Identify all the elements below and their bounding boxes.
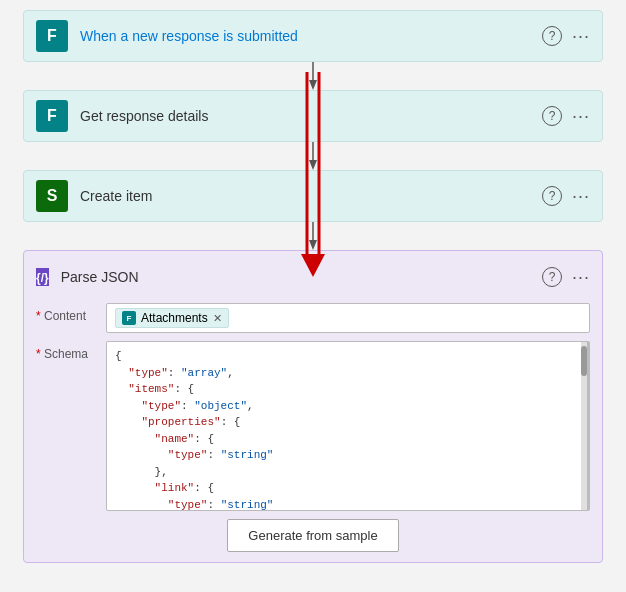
attachments-tag-close[interactable]: ✕: [213, 312, 222, 325]
step2-more-button[interactable]: ···: [572, 106, 590, 127]
svg-marker-8: [309, 240, 317, 250]
schema-content: { "type": "array", "items": { "type": "o…: [115, 348, 579, 511]
arrow-connector-1: [305, 62, 321, 90]
step-create-item[interactable]: S Create item ? ···: [23, 170, 603, 222]
content-input[interactable]: F Attachments ✕: [106, 303, 590, 333]
content-label: * Content: [36, 303, 106, 323]
step-when-new-response[interactable]: F When a new response is submitted ? ···: [23, 10, 603, 62]
step3-title: Create item: [80, 188, 542, 204]
step3-icon: S: [36, 180, 68, 212]
schema-input[interactable]: { "type": "array", "items": { "type": "o…: [106, 341, 590, 511]
arrow-connector-2: [305, 142, 321, 170]
generate-from-sample-button[interactable]: Generate from sample: [227, 519, 398, 552]
step2-icon: F: [36, 100, 68, 132]
attachments-tag-label: Attachments: [141, 311, 208, 325]
attachments-tag-icon: F: [122, 311, 136, 325]
schema-field-row: * Schema { "type": "array", "items": { "…: [36, 341, 590, 511]
step-get-response-details[interactable]: F Get response details ? ···: [23, 90, 603, 142]
arrow-connector-3: [305, 222, 321, 250]
parse-json-header: {/} Parse JSON ? ···: [36, 261, 590, 293]
content-field-row: * Content F Attachments ✕: [36, 303, 590, 333]
step3-more-button[interactable]: ···: [572, 186, 590, 207]
attachments-tag[interactable]: F Attachments ✕: [115, 308, 229, 328]
svg-marker-1: [309, 80, 317, 90]
step1-title: When a new response is submitted: [80, 28, 542, 44]
step1-more-button[interactable]: ···: [572, 26, 590, 47]
parse-json-icon: {/}: [36, 268, 49, 286]
schema-label: * Schema: [36, 341, 106, 361]
step3-help-button[interactable]: ?: [542, 186, 562, 206]
step1-help-button[interactable]: ?: [542, 26, 562, 46]
step1-icon: F: [36, 20, 68, 52]
svg-marker-3: [309, 160, 317, 170]
parse-json-title: Parse JSON: [61, 269, 542, 285]
step2-help-button[interactable]: ?: [542, 106, 562, 126]
parse-json-help-button[interactable]: ?: [542, 267, 562, 287]
parse-json-card: {/} Parse JSON ? ··· * Content: [23, 250, 603, 563]
step2-title: Get response details: [80, 108, 542, 124]
parse-json-more-button[interactable]: ···: [572, 267, 590, 288]
